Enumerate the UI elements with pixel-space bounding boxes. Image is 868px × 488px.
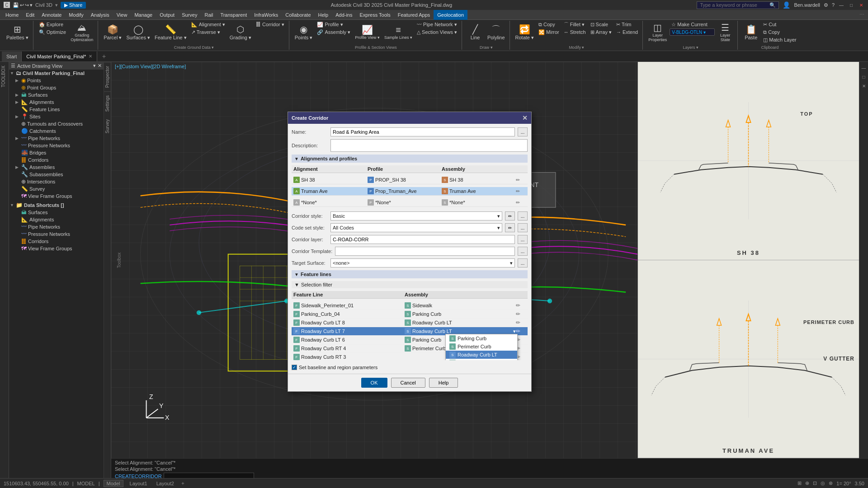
trim-button[interactable]: ✂Trim: [614, 21, 640, 28]
pipe-network-button[interactable]: 〰Pipe Network ▾: [415, 21, 459, 28]
corridor-style-edit-button[interactable]: ✏: [505, 211, 515, 221]
grading-optimization-button[interactable]: ⛰ GradingOptimization: [69, 21, 95, 44]
tree-item-pipe-networks[interactable]: ▶ 〰 Pipe Networks: [9, 135, 104, 142]
menu-modify[interactable]: Modify: [65, 10, 87, 20]
search-box[interactable]: 🔍: [697, 1, 779, 9]
cut-button[interactable]: ✂Cut: [761, 21, 798, 28]
menu-home[interactable]: Home: [2, 10, 22, 20]
tree-item-corridors[interactable]: 🛤 Corridors: [9, 156, 104, 164]
optimize-button[interactable]: 🔍Optimize: [37, 28, 68, 36]
rt-max-button[interactable]: □: [860, 73, 868, 81]
tree-item-bridges[interactable]: 🌉 Bridges: [9, 149, 104, 156]
command-input[interactable]: [164, 473, 254, 478]
corridor-button[interactable]: 🛤Corridor ▾: [254, 21, 286, 28]
fl-row-2[interactable]: F Parking_Curb_04 S Parking Curb ✏: [292, 310, 528, 319]
model-tab[interactable]: Model: [104, 480, 123, 487]
layout1-tab[interactable]: Layout1: [127, 480, 150, 487]
tree-item-points[interactable]: ▶ ◉ Points: [9, 77, 104, 84]
corridor-layer-input[interactable]: [330, 235, 515, 244]
tree-item-intersections[interactable]: ⊕ Intersections: [9, 178, 104, 185]
corridor-style-dropdown[interactable]: Basic ▾: [330, 211, 502, 221]
ortho-icon[interactable]: ⊡: [813, 480, 817, 486]
fl1-edit[interactable]: ✏: [516, 302, 526, 309]
close-button[interactable]: ✕: [858, 2, 864, 8]
match-layer-button[interactable]: ◫Match Layer: [761, 36, 798, 43]
menu-rail[interactable]: Rail: [201, 10, 217, 20]
help-icon[interactable]: ?: [832, 2, 835, 8]
menu-analysis[interactable]: Analysis: [87, 10, 113, 20]
feature-line-button[interactable]: 📏Feature Line ▾: [153, 21, 189, 44]
rotate-button[interactable]: 🔁Rotate ▾: [514, 21, 536, 44]
tree-item-subassemblies[interactable]: 🔧 Subassemblies: [9, 171, 104, 178]
target-surface-dropdown[interactable]: <none> ▾: [330, 258, 515, 267]
code-set-dropdown[interactable]: All Codes ▾: [330, 223, 502, 232]
assembly-button[interactable]: 🔗Assembly ▾: [315, 28, 352, 36]
minimize-button[interactable]: —: [838, 2, 844, 8]
traverse-button[interactable]: ↗Traverse ▾: [189, 28, 227, 36]
none-edit-icon[interactable]: ✏: [516, 200, 526, 206]
line-button[interactable]: ╱Line: [466, 21, 485, 44]
dialog-close-button[interactable]: ✕: [522, 114, 528, 122]
profile-button[interactable]: 📈Profile ▾: [315, 21, 352, 28]
cancel-button[interactable]: Cancel: [391, 378, 425, 388]
sh38-edit-icon[interactable]: ✏: [516, 177, 526, 183]
paste-button[interactable]: 📋Paste: [741, 21, 760, 44]
tree-item-assemblies[interactable]: ▶ 🔧 Assemblies: [9, 164, 104, 171]
copy-button[interactable]: ⧉Copy: [537, 21, 561, 28]
menu-express[interactable]: Express Tools: [356, 10, 394, 20]
tree-item-point-groups[interactable]: ⊕ Point Groups: [9, 84, 104, 91]
description-input[interactable]: [330, 139, 528, 152]
parking-tab[interactable]: Civil Master Parking_Final* ✕: [22, 52, 97, 61]
tree-item-survey[interactable]: 📏 Survey: [9, 185, 104, 192]
menu-view[interactable]: View: [113, 10, 131, 20]
palette-close-icon[interactable]: ✕: [98, 63, 102, 69]
array-button[interactable]: ⊞Array ▾: [589, 28, 613, 36]
menu-annotate[interactable]: Annotate: [38, 10, 65, 20]
parcel-button[interactable]: 📦Parcel ▾: [102, 21, 123, 44]
tab-close[interactable]: ✕: [89, 54, 92, 59]
polyline-button[interactable]: ⌒Polyline: [486, 21, 507, 44]
fillet-button[interactable]: ⌒Fillet ▾: [562, 21, 588, 28]
fl-table-scroll[interactable]: F Sidewalk_Perimeter_01 S Sidewalk ✏: [292, 301, 528, 360]
tree-item-ds-pressure[interactable]: 〰 Pressure Networks: [9, 230, 104, 238]
dd-parking-curb[interactable]: S Parking Curb: [446, 334, 517, 343]
dd-perimeter-curb[interactable]: S Perimeter Curb: [446, 343, 517, 351]
menu-transparent[interactable]: Transparent: [217, 10, 250, 20]
tree-item-ds-view-frames[interactable]: 🗺 View Frame Groups: [9, 245, 104, 252]
menu-help[interactable]: Help: [315, 10, 332, 20]
corridor-template-browse-button[interactable]: ...: [518, 247, 528, 256]
prospector-tab[interactable]: Prospector: [104, 62, 111, 91]
code-set-browse-button[interactable]: ...: [518, 223, 528, 232]
corridor-layer-browse-button[interactable]: ...: [518, 235, 528, 244]
ap-table-row-2[interactable]: A Truman Ave P Prop_Truman_Ave S: [292, 187, 528, 196]
sample-lines-button[interactable]: ≡Sample Lines ▾: [382, 21, 414, 44]
fl-row-1[interactable]: F Sidewalk_Perimeter_01 S Sidewalk ✏: [292, 301, 528, 310]
layer-state-button[interactable]: ☰LayerState: [716, 21, 735, 44]
fl-row-3[interactable]: F Roadway Curb LT 8 S Roadway Curb LT ✏: [292, 319, 528, 327]
create-corridor-dialog[interactable]: Create Corridor ✕ Name: ...: [288, 112, 532, 392]
name-input[interactable]: [330, 127, 515, 136]
corridor-style-browse-button[interactable]: ...: [518, 211, 528, 221]
settings-icon[interactable]: ⚙: [824, 2, 828, 8]
add-layout-button[interactable]: ＋: [180, 480, 185, 487]
share-button[interactable]: ▶ Share: [61, 2, 86, 9]
expand-icon[interactable]: ⋯: [858, 12, 866, 18]
tree-item-catchments[interactable]: 🔵 Catchments: [9, 127, 104, 135]
tree-item-turnouts[interactable]: ⊕ Turnouts and Crossovers: [9, 120, 104, 127]
menu-output[interactable]: Output: [156, 10, 178, 20]
tree-item-ds-corridors[interactable]: 🛤 Corridors: [9, 238, 104, 245]
start-tab[interactable]: Start: [2, 52, 22, 61]
menu-edit[interactable]: Edit: [22, 10, 38, 20]
main-viewport[interactable]: [+][Custom View][2D Wireframe]: [111, 62, 637, 458]
fl2-edit[interactable]: ✏: [516, 311, 526, 317]
tree-item-ds-pipe-networks[interactable]: 〰 Pipe Networks: [9, 223, 104, 230]
make-current-button[interactable]: ☆Make Current: [670, 21, 715, 28]
surfaces-button[interactable]: ◯Surfaces ▾: [125, 21, 152, 44]
extend-button[interactable]: →Extend: [614, 28, 640, 36]
section-views-button[interactable]: △Section Views ▾: [415, 28, 459, 36]
menu-infraworks[interactable]: InfraWorks: [250, 10, 282, 20]
tree-item-ds-surfaces[interactable]: 🏔 Surfaces: [9, 209, 104, 216]
tree-item-sites[interactable]: ▶ 📍 Sites: [9, 113, 104, 120]
search-input[interactable]: [700, 2, 768, 8]
rt-close-button[interactable]: ✕: [860, 82, 868, 90]
